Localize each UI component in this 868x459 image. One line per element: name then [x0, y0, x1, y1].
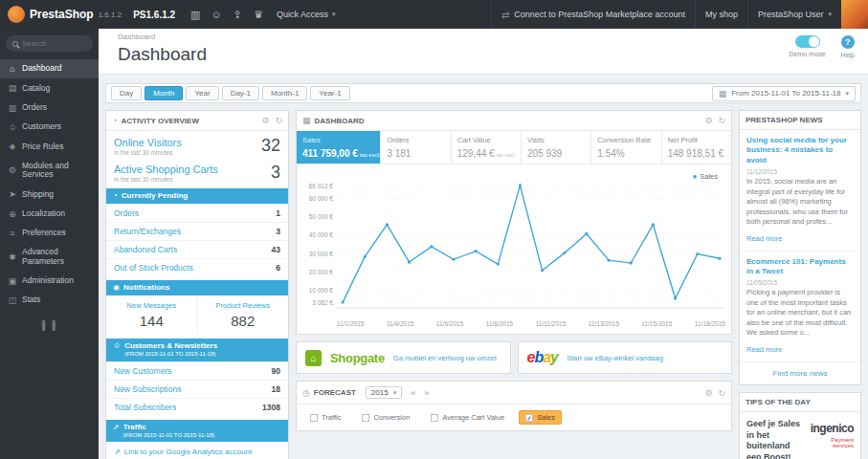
- metric-visits[interactable]: Visits 205 939: [522, 131, 591, 164]
- gear-icon[interactable]: ⚙: [261, 116, 269, 125]
- abandoned-carts-link[interactable]: Abandoned Carts: [114, 245, 177, 254]
- sidebar-item-advanced-parameters[interactable]: ✱ Advanced Parameters: [0, 243, 99, 272]
- filter-month-1-button[interactable]: Month-1: [262, 86, 307, 100]
- metric-cart-value[interactable]: Cart Value 129,44 €tax excl.: [452, 131, 522, 164]
- news-article-title[interactable]: Ecommerce 101: Payments in a Tweet: [746, 257, 854, 277]
- new-subscriptions-link[interactable]: New Subscriptions: [114, 384, 181, 394]
- shopgate-link[interactable]: Ga mobiel en verhoog uw omzet: [393, 354, 497, 362]
- customers-newsletters-header: ☺ Customers & Newsletters (FROM 2015-11-…: [106, 339, 288, 361]
- forecast-toggle-average-cart-value[interactable]: Average Cart Value: [424, 410, 511, 425]
- refresh-icon[interactable]: ↻: [718, 116, 725, 125]
- forecast-toggle-traffic[interactable]: Traffic: [303, 410, 347, 425]
- module-ads-row: ⌂ Shopgate Ga mobiel en verhoog uw omzet…: [296, 341, 732, 374]
- new-messages-cell[interactable]: New Messages 144: [106, 295, 198, 335]
- demo-mode-toggle[interactable]: [795, 35, 820, 48]
- news-article-date: 11/05/2015: [746, 279, 854, 286]
- news-article-title[interactable]: Using social media for your business: 4 …: [746, 136, 854, 165]
- sidebar-item-orders[interactable]: ▥ Orders: [0, 98, 99, 118]
- sidebar-search[interactable]: [6, 35, 93, 52]
- pending-orders-link[interactable]: Orders: [114, 208, 139, 218]
- total-subscribers-link[interactable]: Total Subscribers: [114, 403, 176, 412]
- active-carts-label[interactable]: Active Shopping Carts: [114, 164, 218, 175]
- sidebar-collapse-button[interactable]: ▌▐: [0, 320, 99, 330]
- ebay-link[interactable]: Start uw eBay-winkel vandaag: [567, 354, 663, 362]
- avatar[interactable]: [841, 0, 868, 29]
- metric-sales[interactable]: Sales 411 759,00 €tax excl.: [297, 131, 381, 164]
- sidebar-item-modules[interactable]: ⚙ Modules and Services: [0, 157, 99, 186]
- external-link-icon: ⇗: [114, 448, 121, 456]
- find-more-news-link[interactable]: Find more news: [740, 362, 860, 384]
- gear-icon[interactable]: ⚙: [704, 116, 712, 125]
- google-analytics-link[interactable]: ⇗ Link to your Google Analytics account: [106, 442, 288, 459]
- shop-name: PS1.6.1.2: [133, 10, 175, 20]
- forecast-toggle-conversion[interactable]: Conversion: [355, 410, 416, 425]
- gear-icon[interactable]: ⚙: [704, 388, 712, 398]
- metric-orders-label: Orders: [387, 136, 444, 144]
- customer-icon[interactable]: ☺: [206, 9, 227, 20]
- product-reviews-cell[interactable]: Product Reviews 882: [198, 295, 289, 335]
- pending-returns-link[interactable]: Return/Exchanges: [114, 227, 181, 236]
- user-menu[interactable]: PrestaShop User ▾: [747, 0, 841, 29]
- sidebar-item-label: Stats: [22, 295, 40, 305]
- filter-day-1-button[interactable]: Day-1: [222, 86, 259, 100]
- metric-conversion-rate-label: Conversion Rate: [597, 136, 655, 144]
- x-tick-label: 11/11/2015: [536, 320, 567, 327]
- metric-net-profit[interactable]: Net Profit 148 918,51 €: [662, 131, 731, 164]
- sidebar-item-customers[interactable]: ☺ Customers: [0, 118, 99, 137]
- filter-day-button[interactable]: Day: [111, 86, 142, 100]
- sidebar-item-dashboard[interactable]: ⌂ Dashboard: [0, 59, 99, 78]
- online-visitors-label[interactable]: Online Visitors: [114, 137, 182, 148]
- metric-cart-value-note: tax excl.: [497, 152, 516, 158]
- my-shop-label: My shop: [705, 10, 738, 19]
- prestashop-logo-icon: [8, 6, 25, 23]
- filter-month-button[interactable]: Month: [145, 86, 183, 100]
- sidebar-item-administration[interactable]: ▣ Administration: [0, 272, 99, 291]
- sidebar-item-catalog[interactable]: ▤ Catalog: [0, 78, 99, 98]
- my-shop-link[interactable]: My shop: [695, 0, 747, 29]
- forecast-icon: ◷: [302, 388, 310, 398]
- forecast-next-button[interactable]: »: [424, 388, 429, 398]
- sidebar-item-localization[interactable]: ⊕ Localization: [0, 205, 99, 224]
- chevron-down-icon: ▾: [845, 90, 849, 98]
- new-customers-link[interactable]: New Customers: [114, 366, 171, 376]
- sidebar-item-preferences[interactable]: ≡ Preferences: [0, 224, 99, 243]
- sidebar-item-stats[interactable]: ◫ Stats: [0, 291, 99, 310]
- cart-icon[interactable]: ▥: [185, 9, 206, 21]
- sidebar-item-price-rules[interactable]: ◈ Price Rules: [0, 137, 99, 156]
- refresh-icon[interactable]: ↻: [275, 116, 282, 125]
- prestashop-news-panel: PRESTASHOP NEWS Using social media for y…: [739, 110, 861, 385]
- date-range-picker[interactable]: ▦ From 2015-11-01 To 2015-11-18 ▾: [712, 86, 856, 101]
- filter-year-button[interactable]: Year: [186, 86, 218, 100]
- read-more-link[interactable]: Read more: [746, 345, 782, 354]
- upload-icon[interactable]: ⇪: [227, 9, 248, 21]
- metric-orders[interactable]: Orders 3 181: [381, 131, 451, 164]
- search-input[interactable]: [22, 39, 79, 48]
- new-subscriptions-value: 18: [272, 384, 280, 394]
- date-filter-buttons: Day Month Year Day-1 Month-1 Year-1: [111, 86, 350, 100]
- ingenico-logo-subtext: Payment services: [810, 437, 854, 448]
- new-customers-value: 90: [272, 366, 280, 376]
- read-more-link[interactable]: Read more: [746, 234, 782, 243]
- shopgate-module: ⌂ Shopgate Ga mobiel en verhoog uw omzet: [296, 341, 511, 374]
- x-tick-label: 11/6/2015: [436, 320, 463, 327]
- out-of-stock-link[interactable]: Out of Stock Products: [114, 263, 193, 273]
- sidebar-item-label: Price Rules: [22, 142, 63, 152]
- quick-access-menu[interactable]: Quick Access ▾: [277, 10, 336, 19]
- date-filter-bar: Day Month Year Day-1 Month-1 Year-1 ▦ Fr…: [105, 83, 861, 103]
- help-icon[interactable]: ?: [841, 35, 855, 49]
- forecast-year-select[interactable]: 2015 ▾: [366, 386, 402, 399]
- trophy-icon[interactable]: ♛: [248, 9, 269, 21]
- page-header: Dashboard Dashboard Demo mode ? Help: [99, 29, 868, 75]
- orders-icon: ▥: [8, 103, 17, 113]
- pending-returns-value: 3: [276, 227, 280, 236]
- demo-mode-label: Demo mode: [789, 51, 825, 57]
- filter-year-1-button[interactable]: Year-1: [310, 86, 349, 100]
- checkbox-icon: [362, 414, 369, 422]
- forecast-toggle-sales[interactable]: ✓ Sales: [519, 410, 562, 425]
- prestashop-logo[interactable]: PrestaShop 1.6.1.2: [0, 6, 129, 23]
- metric-conversion-rate[interactable]: Conversion Rate 1.54%: [591, 131, 661, 164]
- sidebar-item-shipping[interactable]: ➤ Shipping: [0, 185, 99, 204]
- refresh-icon[interactable]: ↻: [718, 388, 725, 398]
- marketplace-link[interactable]: ⇄ Connect to PrestaShop Marketplace acco…: [491, 0, 695, 29]
- forecast-prev-button[interactable]: «: [411, 388, 415, 398]
